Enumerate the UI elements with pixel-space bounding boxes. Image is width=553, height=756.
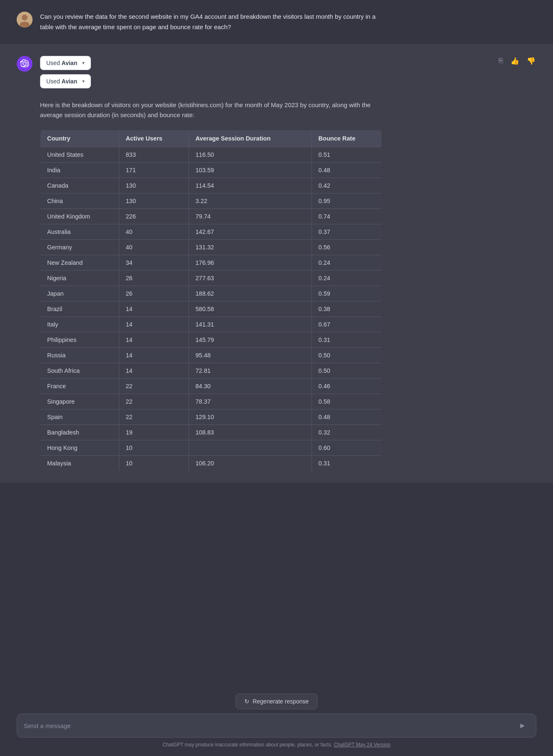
- table-cell: 108.83: [189, 425, 312, 440]
- table-cell: 14: [119, 317, 189, 332]
- table-cell: 145.79: [189, 332, 312, 348]
- table-cell: 40: [119, 224, 189, 240]
- table-cell: 131.32: [189, 240, 312, 255]
- table-row: India171103.590.48: [40, 163, 382, 178]
- table-cell: Spain: [40, 409, 119, 425]
- table-cell: 0.32: [312, 425, 382, 440]
- table-header-row: Country Active Users Average Session Dur…: [40, 130, 382, 147]
- table-cell: 3.22: [189, 193, 312, 209]
- table-row: Italy14141.310.67: [40, 317, 382, 332]
- table-cell: 226: [119, 209, 189, 224]
- table-cell: 0.67: [312, 317, 382, 332]
- regenerate-button[interactable]: ↻ Regenerate response: [236, 693, 318, 709]
- table-cell: Hong Kong: [40, 440, 119, 456]
- table-cell: 40: [119, 240, 189, 255]
- table-cell: 0.38: [312, 301, 382, 317]
- chevron-down-icon-1: ▾: [82, 60, 85, 66]
- table-cell: Nigeria: [40, 271, 119, 286]
- table-cell: 14: [119, 348, 189, 363]
- table-cell: 22: [119, 379, 189, 394]
- thumbs-down-button[interactable]: 👎: [526, 56, 536, 66]
- table-row: Brazil14580.580.38: [40, 301, 382, 317]
- data-table-wrapper: Country Active Users Average Session Dur…: [40, 130, 382, 471]
- table-cell: 34: [119, 255, 189, 271]
- table-cell: 26: [119, 286, 189, 301]
- svg-point-1: [22, 15, 28, 20]
- table-cell: 116.50: [189, 147, 312, 163]
- table-cell: 142.67: [189, 224, 312, 240]
- regenerate-icon: ↻: [244, 698, 249, 705]
- table-row: Hong Kong100.60: [40, 440, 382, 456]
- table-cell: 114.54: [189, 178, 312, 193]
- table-cell: 0.74: [312, 209, 382, 224]
- table-cell: 833: [119, 147, 189, 163]
- thumbs-up-button[interactable]: 👍: [510, 56, 520, 66]
- table-cell: 26: [119, 271, 189, 286]
- ai-description: Here is the breakdown of visitors on you…: [40, 100, 382, 121]
- table-cell: 14: [119, 301, 189, 317]
- table-cell: 141.31: [189, 317, 312, 332]
- table-cell: 78.37: [189, 394, 312, 409]
- table-cell: 14: [119, 363, 189, 379]
- table-row: France2284.300.46: [40, 379, 382, 394]
- send-icon: ►: [519, 721, 526, 730]
- regenerate-label: Regenerate response: [253, 698, 309, 705]
- table-cell: 0.50: [312, 348, 382, 363]
- table-cell: 277.63: [189, 271, 312, 286]
- footer-link[interactable]: ChatGPT May 24 Version: [334, 742, 390, 748]
- table-cell: 0.31: [312, 456, 382, 471]
- table-cell: France: [40, 379, 119, 394]
- table-cell: 0.48: [312, 409, 382, 425]
- thumbs-up-icon: 👍: [510, 57, 519, 65]
- table-cell: United Kingdom: [40, 209, 119, 224]
- table-row: Bangladesh19108.830.32: [40, 425, 382, 440]
- table-cell: 103.59: [189, 163, 312, 178]
- message-input[interactable]: [24, 722, 512, 729]
- table-cell: 0.24: [312, 255, 382, 271]
- table-cell: Russia: [40, 348, 119, 363]
- table-cell: 129.10: [189, 409, 312, 425]
- table-cell: 84.30: [189, 379, 312, 394]
- col-header-country: Country: [40, 130, 119, 147]
- footer-note: ChatGPT may produce inaccurate informati…: [17, 742, 536, 748]
- table-cell: South Africa: [40, 363, 119, 379]
- tool-badges-container: Used Avian ▾ Used Avian ▾: [40, 56, 382, 93]
- table-body: United States833116.500.51India171103.59…: [40, 147, 382, 471]
- copy-button[interactable]: ⎘: [498, 56, 504, 66]
- table-row: Russia1495.480.50: [40, 348, 382, 363]
- chat-container: Can you review the data for the second w…: [0, 0, 553, 756]
- table-row: New Zealand34176.960.24: [40, 255, 382, 271]
- table-cell: [189, 440, 312, 456]
- col-header-active-users: Active Users: [119, 130, 189, 147]
- table-row: China1303.220.95: [40, 193, 382, 209]
- table-cell: 171: [119, 163, 189, 178]
- table-cell: 130: [119, 178, 189, 193]
- table-cell: 106.20: [189, 456, 312, 471]
- table-cell: Italy: [40, 317, 119, 332]
- table-cell: 0.46: [312, 379, 382, 394]
- table-cell: Philippines: [40, 332, 119, 348]
- user-message-text: Can you review the data for the second w…: [40, 12, 382, 33]
- table-row: Philippines14145.790.31: [40, 332, 382, 348]
- tool-badge-1[interactable]: Used Avian ▾: [40, 56, 91, 70]
- copy-icon: ⎘: [499, 57, 503, 65]
- footer-text: ChatGPT may produce inaccurate informati…: [163, 742, 332, 748]
- table-row: United States833116.500.51: [40, 147, 382, 163]
- table-cell: Japan: [40, 286, 119, 301]
- table-row: Japan26188.620.59: [40, 286, 382, 301]
- table-cell: New Zealand: [40, 255, 119, 271]
- table-cell: Singapore: [40, 394, 119, 409]
- table-row: Canada130114.540.42: [40, 178, 382, 193]
- table-cell: 0.50: [312, 363, 382, 379]
- table-cell: 72.81: [189, 363, 312, 379]
- tool-badge-2[interactable]: Used Avian ▾: [40, 74, 91, 88]
- openai-icon: [17, 56, 33, 72]
- table-cell: 19: [119, 425, 189, 440]
- table-cell: 10: [119, 440, 189, 456]
- table-cell: 95.48: [189, 348, 312, 363]
- send-button[interactable]: ►: [516, 719, 529, 732]
- table-cell: 22: [119, 409, 189, 425]
- table-cell: 0.48: [312, 163, 382, 178]
- table-row: United Kingdom22679.740.74: [40, 209, 382, 224]
- thumbs-down-icon: 👎: [527, 57, 535, 65]
